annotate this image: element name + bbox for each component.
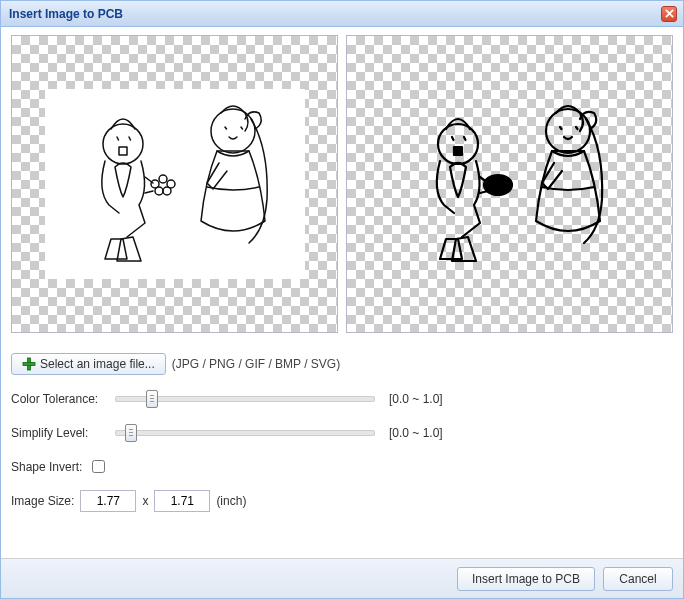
dialog: Insert Image to PCB bbox=[0, 0, 684, 599]
svg-point-8 bbox=[438, 124, 478, 164]
close-button[interactable] bbox=[661, 6, 677, 22]
preview-row bbox=[11, 35, 673, 333]
color-tolerance-slider[interactable] bbox=[115, 389, 375, 409]
shape-invert-row: Shape Invert: bbox=[11, 457, 673, 476]
svg-rect-13 bbox=[23, 363, 35, 366]
svg-point-11 bbox=[546, 109, 590, 153]
image-height-input[interactable] bbox=[154, 490, 210, 512]
shape-invert-label: Shape Invert: bbox=[11, 460, 82, 474]
shape-invert-checkbox[interactable] bbox=[92, 460, 105, 473]
select-file-row: Select an image file... (JPG / PNG / GIF… bbox=[11, 353, 673, 375]
controls: Select an image file... (JPG / PNG / GIF… bbox=[11, 333, 673, 526]
color-tolerance-range: [0.0 ~ 1.0] bbox=[389, 392, 443, 406]
insert-button[interactable]: Insert Image to PCB bbox=[457, 567, 595, 591]
simplify-level-range: [0.0 ~ 1.0] bbox=[389, 426, 443, 440]
select-file-label: Select an image file... bbox=[40, 357, 155, 371]
color-tolerance-label: Color Tolerance: bbox=[11, 392, 109, 406]
processed-image bbox=[380, 89, 640, 279]
svg-point-0 bbox=[103, 124, 143, 164]
svg-point-3 bbox=[159, 175, 167, 183]
preview-processed bbox=[346, 35, 673, 333]
select-file-button[interactable]: Select an image file... bbox=[11, 353, 166, 375]
titlebar: Insert Image to PCB bbox=[1, 1, 683, 27]
simplify-level-slider[interactable] bbox=[115, 423, 375, 443]
image-size-row: Image Size: x (inch) bbox=[11, 490, 673, 512]
dialog-body: Select an image file... (JPG / PNG / GIF… bbox=[1, 27, 683, 558]
simplify-level-thumb[interactable] bbox=[125, 424, 137, 442]
close-icon bbox=[665, 9, 674, 18]
image-size-label: Image Size: bbox=[11, 494, 74, 508]
image-width-input[interactable] bbox=[80, 490, 136, 512]
svg-rect-1 bbox=[119, 147, 127, 155]
dialog-footer: Insert Image to PCB Cancel bbox=[1, 558, 683, 598]
cancel-button[interactable]: Cancel bbox=[603, 567, 673, 591]
file-types-hint: (JPG / PNG / GIF / BMP / SVG) bbox=[172, 357, 340, 371]
svg-point-7 bbox=[211, 109, 255, 153]
preview-original bbox=[11, 35, 338, 333]
simplify-level-row: Simplify Level: [0.0 ~ 1.0] bbox=[11, 423, 673, 443]
svg-point-6 bbox=[163, 187, 171, 195]
simplify-level-label: Simplify Level: bbox=[11, 426, 109, 440]
svg-rect-9 bbox=[454, 147, 462, 155]
color-tolerance-row: Color Tolerance: [0.0 ~ 1.0] bbox=[11, 389, 673, 409]
svg-point-5 bbox=[155, 187, 163, 195]
size-separator: x bbox=[142, 494, 148, 508]
original-image bbox=[45, 89, 305, 279]
plus-icon bbox=[22, 357, 36, 371]
size-unit: (inch) bbox=[216, 494, 246, 508]
color-tolerance-thumb[interactable] bbox=[146, 390, 158, 408]
dialog-title: Insert Image to PCB bbox=[9, 7, 123, 21]
